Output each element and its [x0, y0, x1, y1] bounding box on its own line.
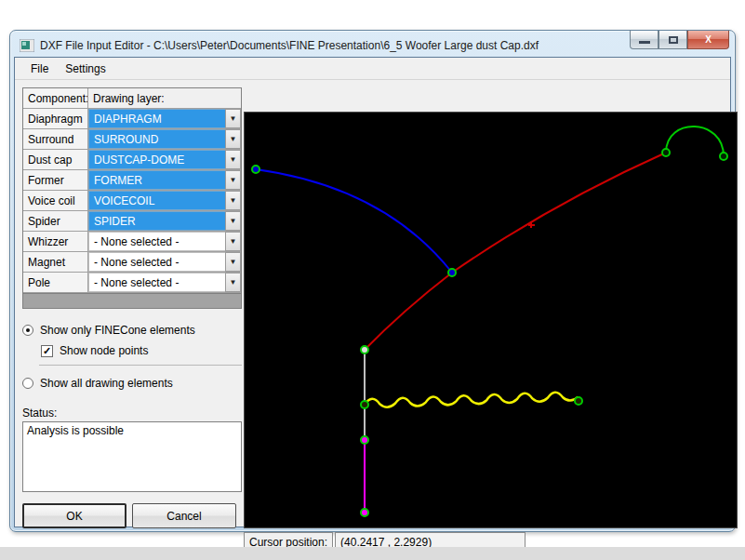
status-box: Analysis is possible — [22, 421, 242, 492]
surround-curve — [256, 169, 452, 273]
chevron-down-icon[interactable]: ▼ — [225, 273, 241, 292]
node-point — [361, 346, 368, 353]
menu-bar: File Settings — [15, 58, 730, 80]
layer-value: - None selected - — [94, 276, 179, 289]
layer-value: VOICECOIL — [94, 194, 154, 207]
layer-header: Drawing layer: — [88, 88, 241, 109]
component-label: Diaphragm — [23, 109, 88, 129]
table-row: Former FORMER▼ — [23, 170, 241, 191]
table-row: Whizzer - None selected -▼ — [23, 232, 241, 252]
options-divider — [39, 365, 242, 366]
component-label: Magnet — [23, 252, 88, 273]
component-label: Former — [23, 170, 88, 191]
table-row: Voice coil VOICECOIL▼ — [23, 191, 241, 211]
menu-file[interactable]: File — [22, 60, 57, 78]
component-label: Surround — [23, 129, 88, 150]
layer-dropdown-magnet[interactable]: - None selected - — [88, 252, 225, 272]
maximize-icon — [669, 36, 678, 44]
radio-label: Show all drawing elements — [40, 377, 173, 390]
window-client-area: File Settings Component: Drawing layer: … — [14, 57, 731, 527]
chevron-down-icon[interactable]: ▼ — [225, 191, 241, 210]
layer-value: DIAPHRAGM — [94, 113, 162, 126]
layer-value: SPIDER — [94, 215, 136, 228]
node-points — [252, 149, 727, 516]
layer-dropdown-former[interactable]: FORMER — [88, 170, 225, 190]
layer-dropdown-dustcap[interactable]: DUSTCAP-DOME — [88, 150, 225, 169]
table-row: Spider SPIDER▼ — [23, 211, 241, 232]
layer-value: - None selected - — [94, 235, 179, 248]
node-point — [662, 149, 670, 156]
checkbox-label: Show node points — [60, 344, 148, 357]
chevron-down-icon[interactable]: ▼ — [225, 170, 241, 190]
drawing-svg — [245, 113, 737, 527]
component-header: Component: — [23, 88, 88, 109]
dustcap-arc — [666, 127, 724, 156]
window-title: DXF File Input Editor - C:\Users\Peter\D… — [40, 39, 539, 52]
status-text: Analysis is possible — [27, 424, 124, 437]
node-point — [575, 397, 582, 405]
diaphragm-curve — [365, 153, 666, 350]
dxf-drawing-canvas[interactable] — [244, 112, 738, 528]
table-row: Pole - None selected -▼ — [23, 273, 241, 293]
menu-settings[interactable]: Settings — [57, 60, 113, 78]
table-row: Surround SURROUND▼ — [23, 129, 241, 150]
layer-value: DUSTCAP-DOME — [94, 153, 184, 167]
radio-icon — [22, 378, 33, 389]
component-label: Spider — [23, 211, 88, 232]
checkbox-show-nodes[interactable]: ✓ Show node points — [41, 344, 242, 357]
minimize-button[interactable] — [630, 31, 659, 49]
table-row: Diaphragm DIAPHRAGM▼ — [23, 109, 241, 129]
component-label: Pole — [23, 273, 88, 293]
radio-icon — [22, 325, 33, 336]
node-point — [720, 153, 727, 160]
minimize-icon — [639, 41, 650, 44]
layer-dropdown-whizzer[interactable]: - None selected - — [88, 232, 225, 251]
component-label: Voice coil — [23, 191, 88, 211]
cancel-button[interactable]: Cancel — [132, 503, 236, 528]
radio-label: Show only FINECone elements — [40, 324, 195, 337]
chevron-down-icon[interactable]: ▼ — [225, 211, 241, 231]
radio-show-finecone[interactable]: Show only FINECone elements — [22, 324, 242, 337]
node-point — [361, 401, 368, 408]
layer-dropdown-diaphragm[interactable]: DIAPHRAGM — [88, 109, 225, 128]
table-header-row: Component: Drawing layer: — [23, 88, 241, 109]
layer-value: FORMER — [94, 174, 142, 187]
layer-dropdown-surround[interactable]: SURROUND — [88, 129, 225, 149]
chevron-down-icon[interactable]: ▼ — [225, 109, 241, 128]
chevron-down-icon[interactable]: ▼ — [225, 252, 241, 272]
spider-curve — [365, 393, 579, 407]
chevron-down-icon[interactable]: ▼ — [225, 129, 241, 149]
dxf-input-editor-window: DXF File Input Editor - C:\Users\Peter\D… — [9, 30, 736, 532]
title-bar[interactable]: DXF File Input Editor - C:\Users\Peter\D… — [14, 34, 731, 57]
table-row: Magnet - None selected -▼ — [23, 252, 241, 273]
radio-show-all[interactable]: Show all drawing elements — [22, 377, 242, 390]
component-label: Whizzer — [23, 232, 88, 252]
layer-value: - None selected - — [94, 256, 179, 269]
table-row: Dust cap DUSTCAP-DOME▼ — [23, 150, 241, 170]
layer-dropdown-voicecoil[interactable]: VOICECOIL — [88, 191, 225, 210]
node-point — [252, 166, 259, 173]
checkbox-icon: ✓ — [41, 345, 53, 357]
ok-button[interactable]: OK — [22, 503, 126, 528]
component-label: Dust cap — [23, 150, 88, 170]
page-bottom-strip — [0, 547, 745, 560]
chevron-down-icon[interactable]: ▼ — [225, 232, 241, 251]
node-point — [361, 436, 368, 444]
table-filler — [22, 294, 242, 309]
maximize-button[interactable] — [659, 31, 687, 49]
status-label: Status: — [22, 407, 242, 420]
app-icon — [20, 39, 34, 52]
layer-mapping-table: Component: Drawing layer: Diaphragm DIAP… — [22, 87, 242, 294]
close-icon: X — [705, 34, 712, 45]
layer-dropdown-spider[interactable]: SPIDER — [88, 211, 225, 231]
node-point — [448, 269, 456, 276]
node-point — [361, 509, 368, 516]
close-button[interactable]: X — [687, 31, 729, 49]
layer-dropdown-pole[interactable]: - None selected - — [88, 273, 225, 292]
chevron-down-icon[interactable]: ▼ — [225, 150, 241, 169]
layer-value: SURROUND — [94, 133, 158, 146]
